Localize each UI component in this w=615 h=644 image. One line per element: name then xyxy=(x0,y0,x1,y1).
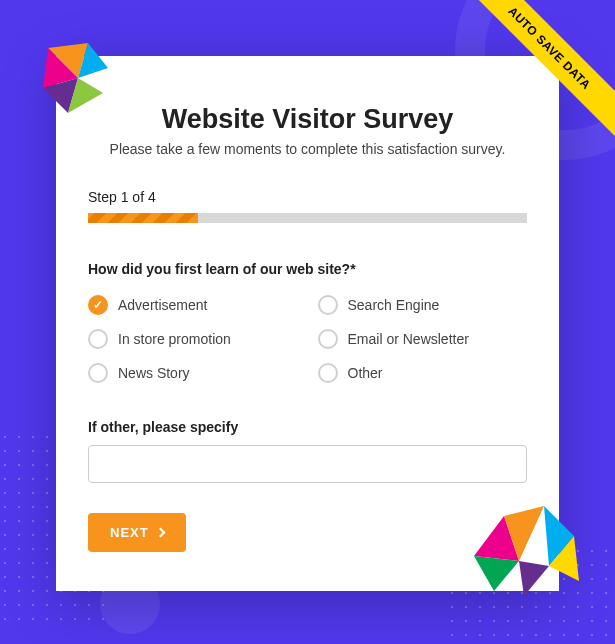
radio-option-email[interactable]: Email or Newsletter xyxy=(318,329,528,349)
radio-label: Search Engine xyxy=(348,297,440,313)
radio-icon xyxy=(318,329,338,349)
survey-title: Website Visitor Survey xyxy=(88,104,527,135)
svg-marker-8 xyxy=(519,561,549,596)
progress-fill xyxy=(88,213,198,223)
svg-marker-10 xyxy=(474,556,519,591)
survey-card: Website Visitor Survey Please take a few… xyxy=(56,56,559,591)
radio-option-other[interactable]: Other xyxy=(318,363,528,383)
progress-bar xyxy=(88,213,527,223)
corner-decoration-icon xyxy=(38,38,118,128)
radio-option-advertisement[interactable]: Advertisement xyxy=(88,295,298,315)
radio-icon xyxy=(88,363,108,383)
radio-label: Other xyxy=(348,365,383,381)
survey-subtitle: Please take a few moments to complete th… xyxy=(88,141,527,157)
radio-option-news[interactable]: News Story xyxy=(88,363,298,383)
next-button[interactable]: NEXT xyxy=(88,513,186,552)
radio-label: News Story xyxy=(118,365,190,381)
radio-icon xyxy=(88,329,108,349)
radio-icon xyxy=(318,363,338,383)
next-button-label: NEXT xyxy=(110,525,149,540)
radio-label: In store promotion xyxy=(118,331,231,347)
radio-icon xyxy=(88,295,108,315)
radio-option-search-engine[interactable]: Search Engine xyxy=(318,295,528,315)
radio-icon xyxy=(318,295,338,315)
radio-label: Advertisement xyxy=(118,297,207,313)
radio-option-in-store[interactable]: In store promotion xyxy=(88,329,298,349)
corner-decoration-icon xyxy=(454,486,584,596)
radio-label: Email or Newsletter xyxy=(348,331,469,347)
other-specify-label: If other, please specify xyxy=(88,419,527,435)
question-text: How did you first learn of our web site?… xyxy=(88,261,527,277)
radio-group: Advertisement Search Engine In store pro… xyxy=(88,295,527,383)
other-specify-input[interactable] xyxy=(88,445,527,483)
step-indicator: Step 1 of 4 xyxy=(88,189,527,205)
chevron-right-icon xyxy=(155,528,165,538)
